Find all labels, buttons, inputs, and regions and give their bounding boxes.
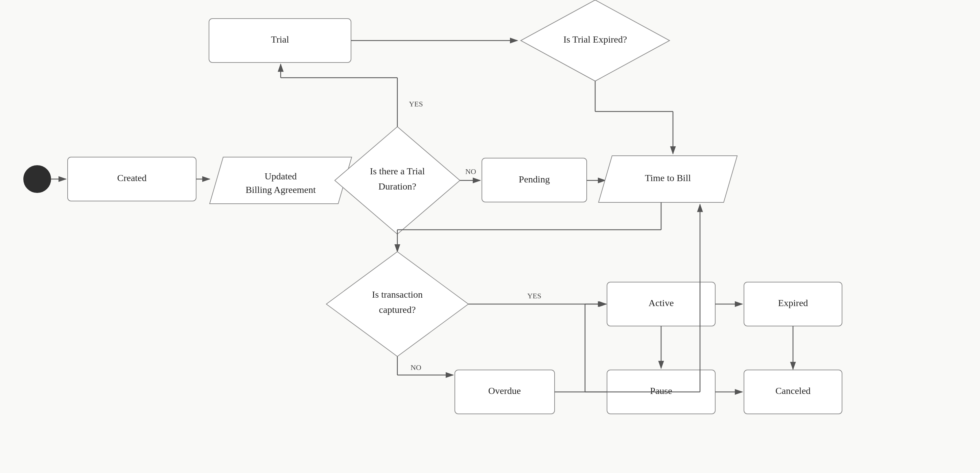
overdue-label: Overdue (488, 386, 521, 396)
active-label: Active (649, 298, 674, 308)
created-label: Created (117, 173, 146, 183)
updated-billing-label2: Billing Agreement (245, 184, 316, 195)
updated-billing-label: Updated (265, 171, 297, 181)
canceled-label: Canceled (775, 386, 811, 396)
transaction-captured-label1: Is transaction (372, 289, 423, 300)
pause-label: Pause (650, 386, 672, 396)
yes-label-active: YES (527, 292, 541, 300)
transaction-captured-node (326, 252, 468, 356)
trial-duration-label1: Is there a Trial (370, 166, 425, 176)
yes-label-trial: YES (409, 100, 423, 108)
time-to-bill-label: Time to Bill (645, 173, 691, 183)
trial-duration-label2: Duration? (379, 181, 416, 192)
no-label-overdue: NO (410, 363, 422, 371)
transaction-captured-label2: captured? (379, 305, 416, 315)
expired-label: Expired (778, 298, 808, 308)
start-node (24, 165, 51, 192)
trial-duration-node (335, 127, 460, 234)
trial-expired-label: Is Trial Expired? (563, 34, 627, 44)
diagram-container: Created Updated Billing Agreement Is the… (0, 0, 980, 473)
pending-label: Pending (519, 174, 550, 184)
trial-label: Trial (271, 34, 289, 44)
no-label-pending: NO (465, 167, 476, 176)
